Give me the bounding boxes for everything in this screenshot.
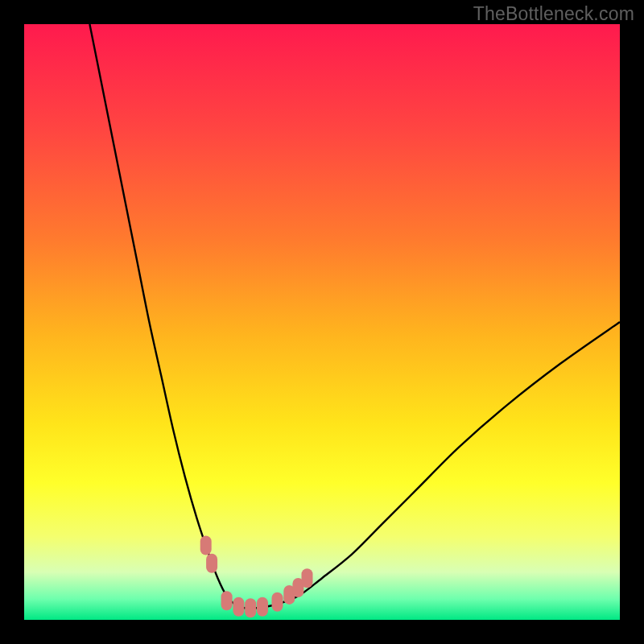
curve-marker xyxy=(302,568,313,588)
plot-area xyxy=(24,24,620,620)
curve-marker xyxy=(200,536,212,555)
chart-frame: TheBottleneck.com xyxy=(0,0,644,644)
curve-marker xyxy=(206,554,217,573)
curve-marker xyxy=(257,597,268,617)
bottleneck-curve xyxy=(89,24,620,609)
curve-marker xyxy=(245,598,256,617)
curve-layer xyxy=(24,24,620,620)
watermark-text: TheBottleneck.com xyxy=(473,3,634,25)
curve-marker xyxy=(221,591,233,610)
curve-marker xyxy=(272,592,283,612)
curve-marker xyxy=(233,597,244,617)
